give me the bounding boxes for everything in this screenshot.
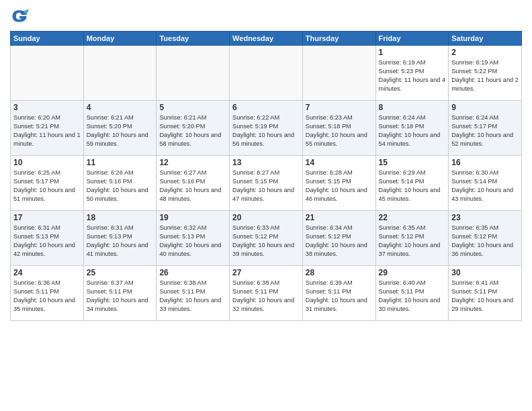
day-info: Sunrise: 6:20 AM Sunset: 5:21 PM Dayligh…: [13, 113, 81, 148]
daylight-label: Daylight: 10 hours and 37 minutes.: [379, 242, 441, 257]
day-info: Sunrise: 6:38 AM Sunset: 5:11 PM Dayligh…: [159, 279, 226, 314]
sunrise-label: Sunrise: 6:21 AM: [159, 114, 206, 121]
sunrise-label: Sunrise: 6:24 AM: [451, 114, 498, 121]
day-info: Sunrise: 6:27 AM Sunset: 5:16 PM Dayligh…: [159, 169, 226, 203]
day-number: 18: [87, 213, 154, 222]
sunset-label: Sunset: 5:11 PM: [232, 288, 278, 295]
sunset-label: Sunset: 5:14 PM: [379, 178, 425, 185]
sunset-label: Sunset: 5:21 PM: [13, 123, 59, 130]
day-info: Sunrise: 6:24 AM Sunset: 5:17 PM Dayligh…: [451, 113, 519, 148]
weekday-header-row: SundayMondayTuesdayWednesdayThursdayFrid…: [11, 32, 522, 46]
sunrise-label: Sunrise: 6:20 AM: [13, 114, 60, 121]
calendar-cell: 19 Sunrise: 6:32 AM Sunset: 5:13 PM Dayl…: [157, 211, 230, 266]
day-number: 5: [159, 103, 226, 112]
sunset-label: Sunset: 5:15 PM: [306, 178, 351, 185]
daylight-label: Daylight: 10 hours and 47 minutes.: [232, 187, 294, 202]
day-number: 30: [451, 268, 519, 277]
calendar-cell: [83, 46, 157, 101]
day-number: 24: [13, 268, 81, 277]
day-info: Sunrise: 6:28 AM Sunset: 5:15 PM Dayligh…: [306, 169, 373, 203]
day-info: Sunrise: 6:37 AM Sunset: 5:11 PM Dayligh…: [87, 279, 154, 314]
day-info: Sunrise: 6:35 AM Sunset: 5:12 PM Dayligh…: [451, 224, 519, 259]
sunrise-label: Sunrise: 6:40 AM: [379, 279, 426, 286]
weekday-header-monday: Monday: [83, 32, 157, 46]
daylight-label: Daylight: 10 hours and 58 minutes.: [159, 132, 221, 147]
calendar-cell: 20 Sunrise: 6:33 AM Sunset: 5:12 PM Dayl…: [230, 211, 303, 266]
sunrise-label: Sunrise: 6:27 AM: [232, 169, 279, 176]
day-number: 10: [13, 158, 81, 167]
day-number: 23: [451, 213, 519, 222]
day-number: 21: [306, 213, 373, 222]
sunrise-label: Sunrise: 6:27 AM: [159, 169, 206, 176]
calendar-cell: 9 Sunrise: 6:24 AM Sunset: 5:17 PM Dayli…: [449, 101, 522, 156]
sunset-label: Sunset: 5:12 PM: [379, 233, 425, 240]
sunrise-label: Sunrise: 6:35 AM: [451, 224, 498, 231]
sunset-label: Sunset: 5:11 PM: [306, 288, 351, 295]
sunset-label: Sunset: 5:13 PM: [87, 233, 132, 240]
sunrise-label: Sunrise: 6:34 AM: [306, 224, 353, 231]
day-number: 29: [379, 268, 446, 277]
sunrise-label: Sunrise: 6:38 AM: [159, 279, 206, 286]
weekday-header-tuesday: Tuesday: [157, 32, 230, 46]
daylight-label: Daylight: 10 hours and 55 minutes.: [306, 132, 367, 147]
calendar-cell: 7 Sunrise: 6:23 AM Sunset: 5:18 PM Dayli…: [302, 101, 375, 156]
sunrise-label: Sunrise: 6:23 AM: [306, 114, 353, 121]
weekday-header-wednesday: Wednesday: [230, 32, 303, 46]
calendar-week-row: 10 Sunrise: 6:25 AM Sunset: 5:17 PM Dayl…: [11, 156, 522, 211]
sunrise-label: Sunrise: 6:36 AM: [13, 279, 60, 286]
calendar-cell: 25 Sunrise: 6:37 AM Sunset: 5:11 PM Dayl…: [83, 266, 157, 321]
daylight-label: Daylight: 10 hours and 38 minutes.: [306, 242, 367, 257]
daylight-label: Daylight: 10 hours and 51 minutes.: [13, 187, 75, 202]
day-number: 20: [232, 213, 300, 222]
daylight-label: Daylight: 11 hours and 4 minutes.: [379, 77, 446, 92]
sunset-label: Sunset: 5:12 PM: [232, 233, 278, 240]
day-info: Sunrise: 6:38 AM Sunset: 5:11 PM Dayligh…: [232, 279, 300, 314]
sunset-label: Sunset: 5:15 PM: [232, 178, 278, 185]
day-number: 4: [87, 103, 154, 112]
calendar-cell: 17 Sunrise: 6:31 AM Sunset: 5:13 PM Dayl…: [11, 211, 84, 266]
sunset-label: Sunset: 5:13 PM: [13, 233, 59, 240]
calendar-cell: 12 Sunrise: 6:27 AM Sunset: 5:16 PM Dayl…: [157, 156, 230, 211]
day-info: Sunrise: 6:23 AM Sunset: 5:18 PM Dayligh…: [306, 113, 373, 148]
calendar-cell: 18 Sunrise: 6:31 AM Sunset: 5:13 PM Dayl…: [83, 211, 157, 266]
day-number: 15: [379, 158, 446, 167]
day-number: 13: [232, 158, 300, 167]
calendar-week-row: 1 Sunrise: 6:19 AM Sunset: 5:23 PM Dayli…: [11, 46, 522, 101]
day-info: Sunrise: 6:27 AM Sunset: 5:15 PM Dayligh…: [232, 169, 300, 203]
daylight-label: Daylight: 10 hours and 43 minutes.: [451, 187, 513, 202]
daylight-label: Daylight: 10 hours and 46 minutes.: [306, 187, 367, 202]
day-number: 2: [451, 48, 519, 57]
day-number: 27: [232, 268, 300, 277]
day-info: Sunrise: 6:29 AM Sunset: 5:14 PM Dayligh…: [379, 169, 446, 203]
sunrise-label: Sunrise: 6:21 AM: [87, 114, 134, 121]
sunset-label: Sunset: 5:14 PM: [451, 178, 497, 185]
day-number: 26: [159, 268, 226, 277]
day-info: Sunrise: 6:40 AM Sunset: 5:11 PM Dayligh…: [379, 279, 446, 314]
calendar-cell: 29 Sunrise: 6:40 AM Sunset: 5:11 PM Dayl…: [375, 266, 449, 321]
calendar-cell: 10 Sunrise: 6:25 AM Sunset: 5:17 PM Dayl…: [11, 156, 84, 211]
day-info: Sunrise: 6:33 AM Sunset: 5:12 PM Dayligh…: [232, 224, 300, 259]
sunset-label: Sunset: 5:18 PM: [379, 123, 425, 130]
logo: [10, 7, 32, 26]
day-number: 9: [451, 103, 519, 112]
day-number: 11: [87, 158, 154, 167]
sunrise-label: Sunrise: 6:19 AM: [451, 59, 498, 66]
daylight-label: Daylight: 11 hours and 2 minutes.: [451, 77, 519, 92]
calendar-cell: [11, 46, 84, 101]
sunrise-label: Sunrise: 6:35 AM: [379, 224, 426, 231]
day-info: Sunrise: 6:22 AM Sunset: 5:19 PM Dayligh…: [232, 113, 300, 148]
daylight-label: Daylight: 10 hours and 41 minutes.: [87, 242, 148, 257]
calendar: SundayMondayTuesdayWednesdayThursdayFrid…: [10, 31, 522, 321]
day-number: 16: [451, 158, 519, 167]
sunrise-label: Sunrise: 6:30 AM: [451, 169, 498, 176]
sunrise-label: Sunrise: 6:22 AM: [232, 114, 279, 121]
page: SundayMondayTuesdayWednesdayThursdayFrid…: [0, 0, 532, 411]
calendar-cell: 2 Sunrise: 6:19 AM Sunset: 5:22 PM Dayli…: [449, 46, 522, 101]
daylight-label: Daylight: 10 hours and 45 minutes.: [379, 187, 441, 202]
day-info: Sunrise: 6:39 AM Sunset: 5:11 PM Dayligh…: [306, 279, 373, 314]
day-info: Sunrise: 6:32 AM Sunset: 5:13 PM Dayligh…: [159, 224, 226, 259]
sunrise-label: Sunrise: 6:38 AM: [232, 279, 279, 286]
day-number: 17: [13, 213, 81, 222]
sunset-label: Sunset: 5:11 PM: [379, 288, 425, 295]
daylight-label: Daylight: 10 hours and 54 minutes.: [379, 132, 441, 147]
